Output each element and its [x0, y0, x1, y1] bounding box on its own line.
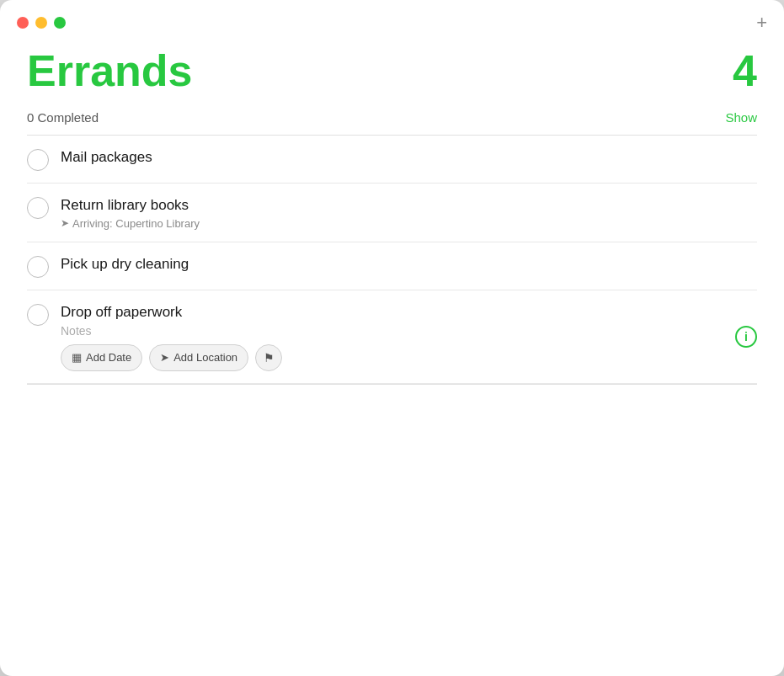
minimize-button[interactable] [35, 17, 47, 29]
task-notes-4: Notes [61, 324, 723, 338]
show-completed-button[interactable]: Show [725, 110, 757, 125]
task-subtitle-text-2: Arriving: Cupertino Library [72, 217, 200, 230]
titlebar: + [0, 0, 784, 39]
task-item: Pick up dry cleaning [27, 242, 757, 290]
bottom-divider [27, 384, 757, 385]
task-item-active: Drop off paperwork Notes ▦ Add Date ➤ Ad… [27, 290, 757, 384]
task-checkbox-2[interactable] [27, 197, 49, 219]
task-title-3: Pick up dry cleaning [61, 254, 757, 274]
flag-button[interactable]: ⚑ [255, 344, 282, 371]
maximize-button[interactable] [54, 17, 66, 29]
add-date-button[interactable]: ▦ Add Date [61, 344, 142, 371]
completed-count-text: 0 Completed [27, 110, 99, 125]
info-icon: i [744, 330, 748, 343]
completed-row: 0 Completed Show [27, 110, 757, 125]
main-window: + Errands 4 0 Completed Show Mail packag… [0, 0, 784, 676]
add-location-button[interactable]: ➤ Add Location [149, 344, 248, 371]
task-checkbox-4[interactable] [27, 304, 49, 326]
navigation-icon: ➤ [160, 351, 169, 364]
task-title-2: Return library books [61, 195, 757, 216]
add-task-button[interactable]: + [756, 13, 767, 32]
task-body-1: Mail packages [61, 147, 757, 168]
task-title-1: Mail packages [61, 147, 757, 168]
task-item: Mail packages [27, 136, 757, 184]
task-title-4: Drop off paperwork [61, 302, 723, 322]
task-checkbox-1[interactable] [27, 149, 49, 171]
task-item: Return library books ➤ Arriving: Cuperti… [27, 184, 757, 242]
task-count-badge: 4 [733, 47, 757, 95]
task-info-button[interactable]: i [735, 326, 757, 348]
task-list: Mail packages Return library books ➤ Arr… [27, 136, 757, 384]
header-row: Errands 4 [27, 47, 757, 95]
task-checkbox-3[interactable] [27, 256, 49, 278]
task-body-2: Return library books ➤ Arriving: Cuperti… [61, 195, 757, 230]
task-body-3: Pick up dry cleaning [61, 254, 757, 274]
task-actions-4: ▦ Add Date ➤ Add Location ⚑ [61, 344, 723, 371]
task-body-4: Drop off paperwork Notes ▦ Add Date ➤ Ad… [61, 302, 757, 371]
close-button[interactable] [17, 17, 29, 29]
add-date-label: Add Date [86, 351, 131, 364]
add-location-label: Add Location [173, 351, 237, 364]
flag-icon: ⚑ [264, 351, 275, 365]
main-content: Errands 4 0 Completed Show Mail packages… [0, 39, 784, 402]
traffic-lights [17, 17, 66, 29]
calendar-icon: ▦ [72, 351, 82, 364]
location-icon: ➤ [61, 217, 69, 229]
list-title: Errands [27, 47, 193, 95]
task-location-2: ➤ Arriving: Cupertino Library [61, 217, 757, 230]
